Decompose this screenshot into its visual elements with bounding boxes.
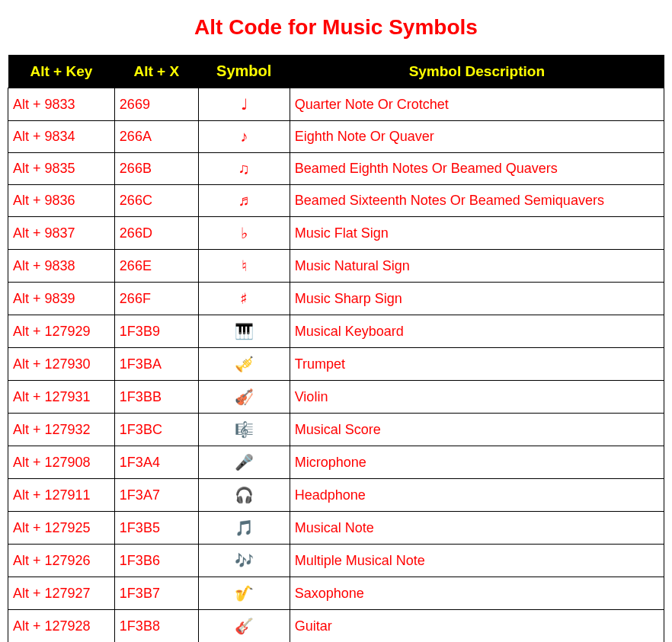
cell-description: Eighth Note Or Quaver bbox=[290, 121, 664, 153]
cell-altx: 266F bbox=[114, 283, 198, 315]
cell-altkey: Alt + 9834 bbox=[8, 121, 115, 153]
cell-symbol: ♪ bbox=[198, 121, 290, 153]
cell-altkey: Alt + 9833 bbox=[8, 88, 115, 121]
cell-altkey: Alt + 127930 bbox=[8, 348, 115, 381]
cell-altx: 1F3B8 bbox=[114, 610, 198, 643]
cell-symbol: ♩ bbox=[198, 88, 290, 121]
table-row: Alt + 1279261F3B6🎶Multiple Musical Note bbox=[8, 545, 664, 577]
cell-symbol: 🎤 bbox=[198, 446, 290, 479]
cell-description: Quarter Note Or Crotchet bbox=[290, 88, 664, 121]
cell-altx: 266E bbox=[114, 250, 198, 283]
cell-description: Headphone bbox=[290, 479, 664, 512]
table-row: Alt + 9836266C♬Beamed Sixteenth Notes Or… bbox=[8, 185, 664, 217]
cell-altkey: Alt + 9836 bbox=[8, 185, 115, 217]
cell-altkey: Alt + 9837 bbox=[8, 217, 115, 250]
cell-description: Music Flat Sign bbox=[290, 217, 664, 250]
cell-description: Music Natural Sign bbox=[290, 250, 664, 283]
cell-altx: 1F3B7 bbox=[114, 577, 198, 610]
cell-altx: 1F3A7 bbox=[114, 479, 198, 512]
cell-altx: 1F3BB bbox=[114, 381, 198, 414]
table-row: Alt + 9839266F♯Music Sharp Sign bbox=[8, 283, 664, 315]
cell-description: Multiple Musical Note bbox=[290, 545, 664, 577]
cell-symbol: 🎹 bbox=[198, 315, 290, 348]
cell-symbol: 🎸 bbox=[198, 610, 290, 643]
table-row: Alt + 1279301F3BA🎺Trumpet bbox=[8, 348, 664, 381]
cell-symbol: 🎶 bbox=[198, 545, 290, 577]
cell-description: Guitar bbox=[290, 610, 664, 643]
cell-symbol: 🎻 bbox=[198, 381, 290, 414]
column-header-altx: Alt + X bbox=[114, 55, 198, 88]
cell-altkey: Alt + 127932 bbox=[8, 414, 115, 446]
cell-symbol: 🎺 bbox=[198, 348, 290, 381]
cell-symbol: 🎧 bbox=[198, 479, 290, 512]
cell-altx: 266B bbox=[114, 153, 198, 185]
table-row: Alt + 1279081F3A4🎤Microphone bbox=[8, 446, 664, 479]
cell-symbol: ♮ bbox=[198, 250, 290, 283]
cell-symbol: ♫ bbox=[198, 153, 290, 185]
cell-altx: 1F3B9 bbox=[114, 315, 198, 348]
cell-symbol: 🎷 bbox=[198, 577, 290, 610]
cell-altx: 2669 bbox=[114, 88, 198, 121]
cell-description: Saxophone bbox=[290, 577, 664, 610]
cell-altx: 1F3B5 bbox=[114, 512, 198, 545]
cell-altkey: Alt + 127927 bbox=[8, 577, 115, 610]
table-row: Alt + 9834266A♪Eighth Note Or Quaver bbox=[8, 121, 664, 153]
cell-description: Music Sharp Sign bbox=[290, 283, 664, 315]
table-row: Alt + 98332669♩Quarter Note Or Crotchet bbox=[8, 88, 664, 121]
cell-description: Musical Note bbox=[290, 512, 664, 545]
table-row: Alt + 9837266D♭Music Flat Sign bbox=[8, 217, 664, 250]
cell-description: Beamed Eighth Notes Or Beamed Quavers bbox=[290, 153, 664, 185]
alt-code-table: Alt + Key Alt + X Symbol Symbol Descript… bbox=[8, 55, 664, 642]
cell-symbol: 🎵 bbox=[198, 512, 290, 545]
cell-altkey: Alt + 9838 bbox=[8, 250, 115, 283]
cell-altkey: Alt + 9835 bbox=[8, 153, 115, 185]
column-header-symbol: Symbol bbox=[198, 55, 290, 88]
cell-symbol: 🎼 bbox=[198, 414, 290, 446]
table-row: Alt + 1279251F3B5🎵Musical Note bbox=[8, 512, 664, 545]
cell-altkey: Alt + 127929 bbox=[8, 315, 115, 348]
table-row: Alt + 1279281F3B8🎸Guitar bbox=[8, 610, 664, 643]
cell-altkey: Alt + 127926 bbox=[8, 545, 115, 577]
column-header-altkey: Alt + Key bbox=[8, 55, 115, 88]
cell-altx: 266C bbox=[114, 185, 198, 217]
cell-description: Musical Keyboard bbox=[290, 315, 664, 348]
cell-description: Beamed Sixteenth Notes Or Beamed Semiqua… bbox=[290, 185, 664, 217]
page-title: Alt Code for Music Symbols bbox=[8, 15, 664, 40]
cell-symbol: ♬ bbox=[198, 185, 290, 217]
cell-altkey: Alt + 127928 bbox=[8, 610, 115, 643]
cell-altx: 266D bbox=[114, 217, 198, 250]
cell-altx: 266A bbox=[114, 121, 198, 153]
table-row: Alt + 1279111F3A7🎧Headphone bbox=[8, 479, 664, 512]
cell-altkey: Alt + 127911 bbox=[8, 479, 115, 512]
cell-altx: 1F3B6 bbox=[114, 545, 198, 577]
table-row: Alt + 1279271F3B7🎷Saxophone bbox=[8, 577, 664, 610]
table-row: Alt + 9835266B♫Beamed Eighth Notes Or Be… bbox=[8, 153, 664, 185]
table-row: Alt + 9838266E♮Music Natural Sign bbox=[8, 250, 664, 283]
cell-altx: 1F3A4 bbox=[114, 446, 198, 479]
cell-description: Trumpet bbox=[290, 348, 664, 381]
table-row: Alt + 1279291F3B9🎹Musical Keyboard bbox=[8, 315, 664, 348]
cell-description: Microphone bbox=[290, 446, 664, 479]
cell-altkey: Alt + 127931 bbox=[8, 381, 115, 414]
cell-altkey: Alt + 9839 bbox=[8, 283, 115, 315]
cell-altkey: Alt + 127925 bbox=[8, 512, 115, 545]
cell-description: Violin bbox=[290, 381, 664, 414]
cell-altx: 1F3BA bbox=[114, 348, 198, 381]
cell-description: Musical Score bbox=[290, 414, 664, 446]
cell-altx: 1F3BC bbox=[114, 414, 198, 446]
column-header-description: Symbol Description bbox=[290, 55, 664, 88]
table-row: Alt + 1279321F3BC🎼Musical Score bbox=[8, 414, 664, 446]
cell-symbol: ♯ bbox=[198, 283, 290, 315]
cell-altkey: Alt + 127908 bbox=[8, 446, 115, 479]
table-row: Alt + 1279311F3BB🎻Violin bbox=[8, 381, 664, 414]
cell-symbol: ♭ bbox=[198, 217, 290, 250]
table-header-row: Alt + Key Alt + X Symbol Symbol Descript… bbox=[8, 55, 664, 88]
